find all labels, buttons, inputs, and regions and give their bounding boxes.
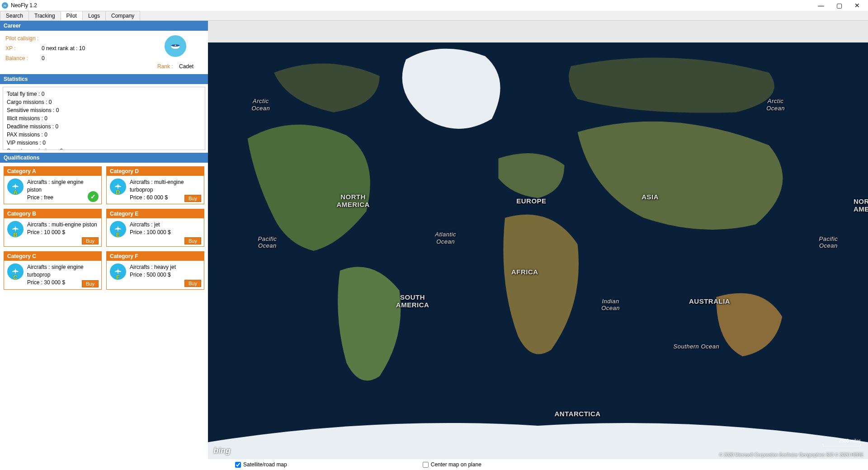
ocean-label-pacific: PacificOcean [258,235,277,249]
qual-aircrafts: Aircrafts : heavy jet [130,263,201,271]
ocean-label-atlantic: AtlanticOcean [435,231,456,245]
statistics-panel: Total fly time : 0 Cargo missions : 0 Se… [3,87,205,150]
qual-title: Category B [4,209,101,218]
ocean-label-arctic: ArcticOcean [251,98,270,112]
balance-value: 0 [42,55,45,61]
left-panel: Career Pilot callsign : XP : 0 next rank… [0,21,208,470]
map-controls: Satellite/road map Center map on plane [208,459,868,470]
pilot-badge-icon [165,35,186,57]
qual-title: Category F [107,252,204,261]
continent-label-antarctica: ANTARCTICA [554,409,600,417]
category-letter: F [116,274,120,281]
satellite-checkbox[interactable]: Satellite/road map [235,461,287,468]
right-panel: ArcticOcean ArcticOcean NORTHAMERICA EUR… [208,21,868,470]
tab-bar: Search Tracking Pilot Logs Company [0,11,868,21]
plane-icon: F [110,263,126,280]
qual-title: Category C [4,252,101,261]
titlebar: N NeoFly 1.2 — ▢ ✕ [0,0,868,11]
buy-button[interactable]: Buy [184,280,201,287]
ocean-label-arctic: ArcticOcean [766,98,785,112]
qualification-card-e: Category EEAircrafts : jetPrice : 100 00… [106,209,204,247]
ocean-label-southern: Southern Ocean [674,343,720,350]
continent-label-australia: AUSTRALIA [689,297,730,305]
category-letter: E [116,231,120,238]
xp-value: 0 next rank at : 10 [42,45,85,52]
qual-aircrafts: Aircrafts : single engine turboprop [27,263,98,279]
ocean-label-indian: IndianOcean [601,298,620,312]
bing-logo: bing [213,446,231,456]
rank-value: Cadet [179,63,193,70]
satellite-checkbox-input[interactable] [235,462,241,468]
qual-price: Price : 10 000 $ [27,229,98,236]
qualification-card-f: Category FFAircrafts : heavy jetPrice : … [106,251,204,289]
statistics-header: Statistics [0,74,208,84]
ocean-label-pacific: PacificOcean [819,235,838,249]
stat-row: Cargo missions : 0 [7,98,201,106]
tab-logs[interactable]: Logs [82,11,106,20]
stat-row: Deadline missions : 0 [7,122,201,131]
qual-title: Category D [107,167,204,176]
buy-button[interactable]: Buy [82,280,99,287]
plane-icon: C [7,263,24,280]
stat-row: Secret pax missions : 0 [7,147,201,150]
buy-button[interactable]: Buy [184,195,201,202]
qual-price: Price : 100 000 $ [130,229,201,236]
minimize-button[interactable]: — [812,0,830,11]
balance-label: Balance : [5,55,42,61]
category-letter: C [13,274,17,281]
qual-aircrafts: Aircrafts : multi-engine turboprop [130,179,201,194]
qualification-card-d: Category DDAircrafts : multi-engine turb… [106,166,204,204]
qualifications-panel: Category AAAircrafts : single engine pis… [0,163,208,293]
center-map-checkbox-input[interactable] [423,462,429,468]
maximize-button[interactable]: ▢ [830,0,848,11]
rank-label: Rank : [157,63,173,70]
career-panel: Pilot callsign : XP : 0 next rank at : 1… [0,31,208,74]
stat-row: VIP missions : 0 [7,139,201,147]
qual-aircrafts: Aircrafts : multi-engine piston [27,221,98,229]
continent-label-africa: AFRICA [511,268,538,276]
qual-title: Category A [4,167,101,176]
center-map-checkbox[interactable]: Center map on plane [423,461,481,468]
qual-title: Category E [107,209,204,218]
qualifications-header: Qualifications [0,153,208,163]
qualification-card-c: Category CCAircrafts : single engine tur… [4,251,102,289]
plane-icon: E [110,221,126,237]
xp-label: XP : [5,45,42,52]
tab-pilot[interactable]: Pilot [61,11,83,20]
stat-row: PAX missions : 0 [7,131,201,139]
stat-row: Sensitive missions : 0 [7,106,201,114]
continent-label-asia: ASIA [642,193,659,201]
continent-label-north-america: NORTHAMERICA [336,193,370,208]
continent-label-partial: NORAME [854,197,868,213]
category-letter: D [116,189,120,196]
qual-aircrafts: Aircrafts : jet [130,221,201,229]
qualification-card-b: Category BBAircrafts : multi-engine pist… [4,209,102,247]
stat-row: Total fly time : 0 [7,90,201,98]
svg-point-0 [175,45,176,46]
stat-row: Illicit missions : 0 [7,114,201,122]
continent-label-south-america: SOUTHAMERICA [396,293,429,309]
tab-company[interactable]: Company [105,11,140,20]
app-icon: N [2,2,8,9]
map-attribution: © 2020 Microsoft Corporation Earthstar G… [719,452,863,457]
tab-search[interactable]: Search [0,11,29,20]
buy-button[interactable]: Buy [82,237,99,244]
category-letter: B [13,231,17,238]
plane-icon: D [110,179,126,195]
tab-tracking[interactable]: Tracking [28,11,61,20]
owned-check-icon: ✓ [88,191,99,202]
window-title: NeoFly 1.2 [11,2,812,9]
close-button[interactable]: ✕ [848,0,866,11]
continent-label-europe: EUROPE [516,197,546,205]
career-header: Career [0,21,208,31]
qualification-card-a: Category AAAircrafts : single engine pis… [4,166,102,204]
plane-icon: B [7,221,24,237]
category-letter: A [13,189,17,196]
buy-button[interactable]: Buy [184,237,201,244]
world-map[interactable]: ArcticOcean ArcticOcean NORTHAMERICA EUR… [208,42,868,459]
map-scale: 2500 miles [823,438,861,446]
plane-icon: A [7,179,24,195]
window-controls: — ▢ ✕ [812,0,866,11]
qual-price: Price : 500 000 $ [130,271,201,279]
callsign-label: Pilot callsign : [5,35,42,42]
